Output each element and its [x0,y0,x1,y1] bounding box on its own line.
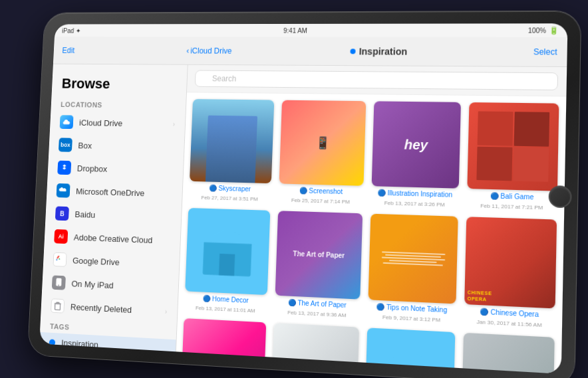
chevron-icon: › [173,120,176,128]
chevron-left-icon: ‹ [186,45,190,54]
nav-back-label: iCloud Drive [190,46,232,55]
onipad-icon [52,275,66,290]
file-thumb-bali [467,102,559,191]
sidebar-onipad-label: On My iPad [71,278,114,290]
file-thumb-paper: The Art of Paper [275,211,363,299]
onedrive-icon [57,183,71,198]
file-thumb-screenshot: 📱 [279,100,367,185]
sidebar-tag-forfun[interactable]: For Fun [39,369,174,374]
file-item-illustrations[interactable]: 🔵 Illustrations Jan 31, 2017 at 1:30 PM [364,328,455,374]
ipad-screen: iPad ✦ 9:41 AM 100% 🔋 Edit ‹ iCloud Driv… [39,23,567,374]
file-label: 🔵 The Art of Paper [288,298,347,309]
deleted-icon [51,298,65,313]
ipad-shell: iPad ✦ 9:41 AM 100% 🔋 Edit ‹ iCloud Driv… [28,11,581,378]
sidebar-title: Browse [52,70,188,96]
file-item-illustration[interactable]: hey 🔵 Illustration Inspiration Feb 13, 2… [371,101,461,208]
googledrive-icon [53,252,67,266]
sidebar-item-icloud[interactable]: iCloud Drive › [50,110,186,136]
file-thumb-opera: CHINESEOPERA [464,217,557,308]
file-item-home-decor[interactable]: 🔵 Home Decor Feb 13, 2017 at 11:01 AM [184,207,270,314]
sidebar-onedrive-label: Microsoft OneDrive [76,186,145,198]
dropbox-icon [57,160,71,175]
file-thumb-illustration: hey [372,101,461,188]
search-input[interactable]: Search [195,70,558,90]
status-left: iPad ✦ [62,27,80,33]
search-bar: 🔍 Search [187,64,567,96]
file-date: Feb 25, 2017 at 7:14 PM [291,197,350,205]
sidebar-item-dropbox[interactable]: Dropbox [47,155,184,182]
nav-bar: Edit ‹ iCloud Drive Inspiration Select [53,37,567,67]
sidebar-item-onedrive[interactable]: Microsoft OneDrive [47,178,183,205]
file-thumb-skyscraper [190,99,274,183]
sidebar-baidu-label: Baidu [74,209,95,219]
adobe-icon: Ai [54,229,68,244]
svg-marker-7 [379,348,441,367]
file-item-skyscraper[interactable]: 🔵 Skyscraper Feb 27, 2017 at 3:51 PM [189,99,274,203]
file-item-jewelry[interactable]: 💎 🔵 Modern Jewelry Jan 14, 2017 at 9:01 … [461,332,555,373]
file-item-park[interactable]: 🏃 🔵 Park Sketch Jan 31, 2017 at 5:32 PM [270,323,359,374]
sidebar-dropbox-label: Dropbox [77,163,108,173]
file-label: 🔵 Skyscraper [209,184,251,193]
file-item-bali[interactable]: 🔵 Bali Game Feb 11, 2017 at 7:21 PM [467,102,559,211]
file-item-paper[interactable]: The Art of Paper 🔵 The Art of Paper Feb … [275,211,363,319]
sidebar-icloud-label: iCloud Drive [79,117,123,127]
file-date: Feb 9, 2017 at 3:12 PM [382,314,440,323]
file-date: Feb 11, 2017 at 7:21 PM [480,203,543,211]
file-thumb-park: 🏃 [271,323,359,374]
file-thumb-home-decor [185,207,270,294]
battery-label: 100% [528,26,546,33]
file-label: 🔵 Screenshot [299,187,343,196]
sidebar-item-box[interactable]: box Box [49,133,184,159]
file-thumb-illustrations [365,328,455,374]
content-area: Browse Locations iCloud Drive › box Box [39,64,567,373]
status-bar: iPad ✦ 9:41 AM 100% 🔋 [55,23,568,37]
file-item-screenshot[interactable]: 📱 🔵 Screenshot Feb 25, 2017 at 7:14 PM [279,100,367,205]
status-time: 9:41 AM [283,27,307,34]
sidebar: Browse Locations iCloud Drive › box Box [39,64,188,373]
main-content: 🔍 Search 🔵 Skyscraper [167,64,567,373]
nav-title-text: Inspiration [359,45,407,56]
svg-marker-4 [200,227,257,244]
file-date: Feb 13, 2017 at 11:01 AM [196,304,255,313]
file-thumb-notes [368,213,458,304]
sidebar-box-label: Box [78,140,92,150]
file-item-pink-leaf[interactable]: 🌸 🔵 Pink Leaf Jan 31, 2017 at 3:31 PM [180,318,266,374]
baidu-icon: B [55,206,69,221]
gardening-dot [48,357,55,364]
sidebar-googledrive-label: Google Drive [73,255,120,267]
ipad-label: iPad ✦ [62,27,80,33]
sidebar-deleted-label: Recently Deleted [71,302,132,314]
file-label: 🔵 Home Decor [203,294,249,304]
nav-edit-button[interactable]: Edit [62,45,74,54]
deleted-chevron-icon: › [165,308,168,315]
hey-text: hey [404,136,428,152]
locations-header: Locations [51,95,186,112]
file-grid: 🔵 Skyscraper Feb 27, 2017 at 3:51 PM 📱 🔵… [168,92,566,374]
file-item-notes[interactable]: 🔵 Tips on Note Taking Feb 9, 2017 at 3:1… [368,213,458,324]
battery-icon: 🔋 [549,25,559,34]
status-right: 100% 🔋 [528,25,559,34]
file-date: Feb 13, 2017 at 3:26 PM [384,199,445,207]
nav-select-button[interactable]: Select [533,47,557,56]
nav-back-button[interactable]: ‹ iCloud Drive [186,45,232,55]
file-thumb-jewelry: 💎 [462,332,555,373]
home-button[interactable] [548,185,571,207]
sidebar-tag-gardening[interactable]: Gardening Ideas [39,351,175,374]
file-date: Feb 27, 2017 at 3:51 PM [201,194,258,201]
svg-rect-5 [219,253,235,275]
file-date: Jan 30, 2017 at 11:56 AM [476,318,541,328]
icloud-icon [60,115,74,129]
tag-gardening-label: Gardening Ideas [61,356,120,369]
sidebar-adobe-label: Adobe Creative Cloud [74,232,153,244]
file-label: 🔵 Chinese Opera [480,308,539,319]
file-label: 🔵 Tips on Note Taking [376,302,448,314]
inspiration-dot [49,338,56,345]
file-item-opera[interactable]: CHINESEOPERA 🔵 Chinese Opera Jan 30, 201… [464,217,557,329]
nav-title: Inspiration [350,45,407,56]
tag-inspiration-label: Inspiration [61,337,98,349]
title-dot [351,48,356,53]
file-label: 🔵 Illustration Inspiration [377,189,452,199]
file-thumb-pink-leaf: 🌸 [180,318,266,374]
svg-rect-0 [56,278,62,286]
file-label: 🔵 Bali Game [490,192,534,201]
